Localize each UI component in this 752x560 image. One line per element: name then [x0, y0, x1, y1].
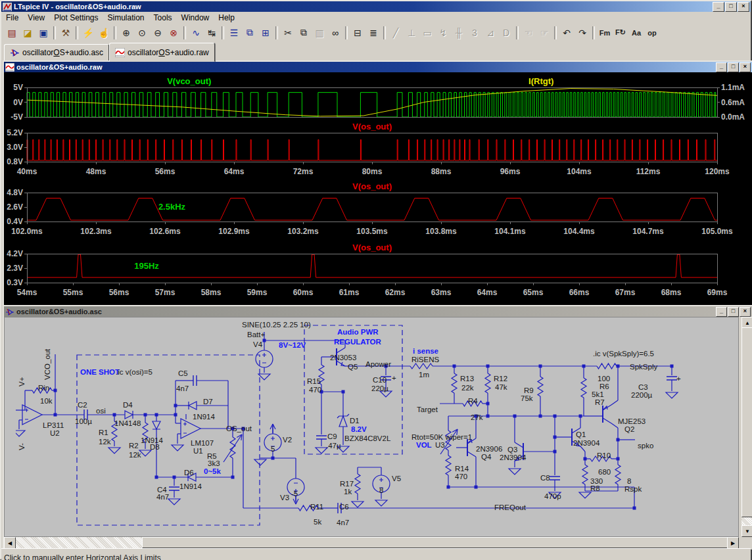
- x-axis-label: 65ms: [523, 288, 544, 297]
- rotate-button[interactable]: F↻: [613, 26, 628, 40]
- place-inductor-button: 3: [467, 26, 482, 40]
- place-diode-button: ⊿: [482, 26, 498, 40]
- zoom-back-button[interactable]: ⊙: [134, 26, 150, 40]
- waveform-icon: [115, 48, 125, 57]
- pan-axis-button[interactable]: ↹: [204, 26, 220, 40]
- control-panel-button[interactable]: ⚒: [58, 26, 74, 40]
- schematic-label: OS_out: [226, 425, 252, 432]
- schem-maximize-button[interactable]: □: [728, 307, 739, 317]
- x-axis-label: 104ms: [567, 167, 592, 176]
- x-axis-label: 80ms: [362, 167, 383, 176]
- status-text: Click to manually enter Horizontal Axis …: [4, 553, 751, 560]
- vertical-scroll-thumb[interactable]: [741, 327, 752, 517]
- window-titlebar[interactable]: LTspice IV - oscillator&OS+audio.raw _ □…: [1, 1, 751, 12]
- wave-close-button[interactable]: ×: [740, 62, 751, 72]
- menu-item-simulation[interactable]: Simulation: [103, 12, 149, 23]
- toolbar-separator: [222, 26, 224, 39]
- diode-symbol: [153, 421, 160, 429]
- minimize-button[interactable]: _: [713, 2, 724, 12]
- cascade-button[interactable]: ⊞: [258, 26, 273, 40]
- y-axis-label: 0.4V: [7, 217, 23, 226]
- horizontal-scroll-thumb[interactable]: [142, 537, 728, 548]
- resistor-symbol: [538, 377, 543, 396]
- pane-title: V(os_out): [352, 181, 392, 191]
- schematic-label: 47k: [495, 383, 507, 391]
- tab-label: oscillatorOS+audio.asc: [22, 48, 103, 57]
- x-axis-label: 69ms: [707, 288, 728, 297]
- schematic-label: VOL: [416, 441, 432, 449]
- menu-item-view[interactable]: View: [23, 12, 49, 23]
- plot-box: [27, 254, 717, 283]
- tile-horizontal-button[interactable]: ☰: [226, 26, 242, 40]
- run-button[interactable]: ⚡: [80, 26, 96, 40]
- print-preview-button[interactable]: ⊟: [350, 26, 365, 40]
- maximize-button[interactable]: □: [725, 2, 737, 12]
- schematic-label: 75k: [521, 394, 533, 402]
- print-button[interactable]: ≣: [365, 26, 381, 40]
- x-axis-label: 96ms: [500, 167, 521, 176]
- new-schematic-button[interactable]: ▤: [4, 26, 20, 40]
- schematic-label: 2200µ: [631, 391, 653, 399]
- schematic-label: C2: [78, 401, 87, 409]
- schematic-window-title: oscillator&OS+audio.asc: [16, 308, 102, 315]
- text-button[interactable]: Aa: [628, 26, 644, 40]
- x-axis-label: 56ms: [155, 167, 176, 176]
- schematic-label: 0~5k: [204, 467, 222, 475]
- tile-vertical-button[interactable]: ⧉: [242, 26, 258, 40]
- trace-Vos_out: [27, 198, 717, 221]
- annotation-195Hz: 195Hz: [134, 261, 159, 271]
- pane-title: V(os_out): [352, 122, 392, 131]
- schematic-label: 27k: [471, 413, 483, 421]
- schematic-label: 1k: [344, 488, 352, 496]
- waveform-window-titlebar[interactable]: oscillator&OS+audio.raw _ □ ×: [4, 62, 752, 72]
- schematic-label: 2N3053: [330, 354, 356, 362]
- open-file-button[interactable]: ◪: [20, 26, 35, 40]
- junction-dot: [155, 476, 158, 479]
- zoom-fit-button[interactable]: ⊗: [166, 26, 181, 40]
- scrollbar-corner: [741, 537, 752, 548]
- find-button[interactable]: ∞: [327, 26, 343, 40]
- autorange-button[interactable]: ∿: [188, 26, 204, 40]
- vertical-scrollbar[interactable]: ▲ ▼: [741, 317, 752, 537]
- menu-item-plot-settings[interactable]: Plot Settings: [49, 12, 103, 23]
- waveform-plot-area[interactable]: V(vco_out)I(Rtgt)5V0V-5V1.1mA0.6mA0.0mAV…: [4, 72, 752, 305]
- schem-close-button[interactable]: ×: [740, 307, 751, 317]
- close-button[interactable]: ×: [738, 2, 749, 12]
- schematic-label: 4n7: [337, 519, 349, 526]
- menu-item-window[interactable]: Window: [177, 12, 214, 23]
- schematic-icon: [10, 48, 20, 57]
- menu-item-tools[interactable]: Tools: [149, 12, 177, 23]
- spice-directive-button[interactable]: op: [644, 26, 660, 40]
- menu-item-help[interactable]: Help: [214, 12, 239, 23]
- schematic-label: Batt+: [247, 331, 265, 338]
- undo-button[interactable]: ↶: [559, 26, 575, 40]
- schematic-label: -5: [291, 490, 298, 498]
- mirror-button[interactable]: Fm: [597, 26, 613, 40]
- x-axis-label: 62ms: [385, 288, 406, 297]
- tab-oscillatoros-audio-asc[interactable]: oscillatorOS+audio.asc: [4, 44, 109, 61]
- cut-button[interactable]: ✂: [280, 26, 296, 40]
- schematic-label: 2N3906: [476, 445, 502, 453]
- y-axis-label: 0.8V: [7, 157, 23, 166]
- save-button[interactable]: ▣: [35, 26, 51, 40]
- zoom-in-button[interactable]: ⊕: [118, 26, 134, 40]
- tab-oscillatoros-audio-raw[interactable]: oscillatorOS+audio.raw: [109, 43, 215, 62]
- schematic-window-titlebar[interactable]: oscillator&OS+audio.asc _ □ ×: [4, 306, 752, 317]
- wave-minimize-button[interactable]: _: [716, 62, 727, 72]
- zoom-out-button[interactable]: ⊖: [150, 26, 166, 40]
- scroll-down-button[interactable]: ▼: [741, 525, 752, 537]
- schematic-label: C10: [373, 376, 387, 384]
- redo-button[interactable]: ↷: [575, 26, 590, 40]
- wave-maximize-button[interactable]: □: [728, 62, 739, 72]
- copy-button[interactable]: ⧉: [296, 26, 312, 40]
- menu-item-file[interactable]: File: [1, 12, 23, 23]
- schematic-label: C9: [327, 432, 337, 440]
- schem-minimize-button[interactable]: _: [716, 307, 727, 317]
- schematic-canvas[interactable]: V+V-VCO_outRin10kLP311U2C2100µosiD41N414…: [4, 317, 739, 537]
- y-axis-label: 5V: [13, 83, 23, 92]
- toolbar-separator: [76, 26, 78, 39]
- schematic-label: R12: [494, 375, 507, 383]
- schematic-label: D8: [150, 443, 160, 451]
- x-axis-label: 104.7ms: [632, 227, 664, 236]
- horizontal-scrollbar[interactable]: ◀ ▶: [4, 537, 739, 548]
